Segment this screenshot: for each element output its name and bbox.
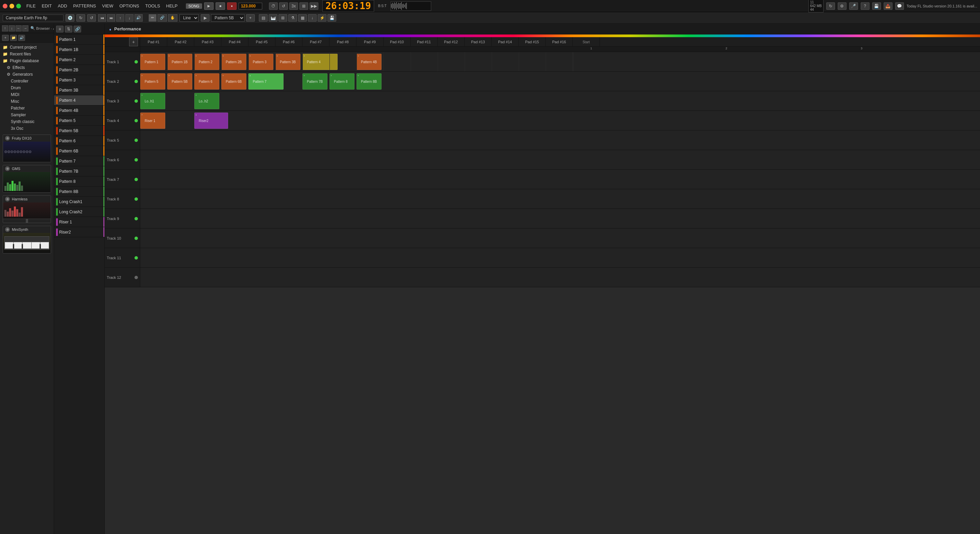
pattern-block[interactable]: × Pattern 1B [167,54,192,70]
pad-header-5[interactable]: Pad #5 [248,37,275,46]
save2-icon[interactable]: 💾 [328,14,336,22]
menu-add[interactable]: ADD [56,3,68,9]
pad-header-16[interactable]: Pad #16 [546,37,573,46]
pattern-item-1b[interactable]: Pattern 1B [54,45,104,55]
browser-up-btn[interactable]: ↑ [2,26,8,32]
browser-item-sampler[interactable]: Sampler [0,112,54,118]
pattern-item-7[interactable]: Pattern 7 [54,156,104,166]
menu-options[interactable]: OPTIONS [118,3,141,9]
chat-icon[interactable]: 💬 [895,2,904,10]
pad-header-3[interactable]: Pad #3 [194,37,221,46]
track-active-dot-6[interactable] [135,158,138,161]
maximize-button[interactable] [16,4,21,8]
browser-item-current-project[interactable]: 📁 Current project [0,44,54,51]
nav-up-btn[interactable]: ↑ [116,14,124,22]
plugin-thumb-minisynth[interactable]: ⚙ MiniSynth [3,226,51,253]
pad-header-15[interactable]: Pad #15 [519,37,546,46]
snap-down-icon[interactable]: ↓ [308,14,317,22]
track-active-dot-3[interactable] [135,99,138,103]
track-active-dot-2[interactable] [135,80,138,83]
line-mode-select[interactable]: Line [180,14,199,22]
pattern-select[interactable]: Pattern 5B [211,14,245,22]
pad-header-9[interactable]: Pad #9 [356,37,383,46]
pattern-item-long-crash1[interactable]: Long Crash1 [54,197,104,207]
browser-item-3x-osc[interactable]: 3x Osc [0,125,54,132]
pattern-block[interactable]: × Pattern 2B [221,54,247,70]
arrow-right-icon[interactable]: ▶ [201,14,210,22]
pattern-block[interactable]: × Lo..h2 [194,93,219,109]
pattern-block-active[interactable]: ⬧ Pattern 7 [248,73,283,89]
pattern-list-icon[interactable]: ≡ [56,26,64,32]
pattern-item-7b[interactable]: Pattern 7B [54,166,104,177]
pattern-block[interactable]: × Pattern 1 [140,54,165,70]
pattern-item-riser2[interactable]: Riser2 [54,227,104,237]
track-active-dot-1[interactable] [135,60,138,64]
pattern-item-4b[interactable]: Pattern 4B [54,105,104,116]
browser-back-btn[interactable]: ← [16,26,22,32]
pattern-link-icon[interactable]: 🔗 [74,26,81,32]
update-icon[interactable]: ↻ [826,2,835,10]
browser-item-generators[interactable]: ⚙ Generators [0,71,54,78]
pad-header-7[interactable]: Pad #7 [302,37,329,46]
pattern-move-icon[interactable]: ⇅ [65,26,72,32]
pad-header-11[interactable]: Pad #11 [410,37,438,46]
mic-icon[interactable]: 🎤 [849,2,858,10]
step-icon[interactable]: ▶▶ [310,2,318,10]
channels-icon[interactable]: ⚗ [288,14,297,22]
pattern-block[interactable]: × Pattern 5B [167,73,192,89]
track-active-dot-7[interactable] [135,178,138,181]
browser-item-misc[interactable]: Misc [0,98,54,105]
track-inactive-dot-12[interactable] [135,276,138,279]
menu-view[interactable]: VIEW [101,3,115,9]
nav-back-btn[interactable]: ⏮ [98,14,106,22]
menu-patterns[interactable]: PATTERNS [72,3,97,9]
pad-header-1[interactable]: Pad #1 [140,37,167,46]
pattern-item-2b[interactable]: Pattern 2B [54,65,104,75]
plugin-icon[interactable]: ⚙ [838,2,846,10]
pattern-block[interactable]: × Pattern 4B [356,54,382,70]
piano-roll-icon[interactable]: 🎹 [269,14,277,22]
pattern-item-riser1[interactable]: Riser 1 [54,217,104,227]
browser-item-drum[interactable]: Drum [0,84,54,91]
browser-item-synth-classic[interactable]: Synth classic [0,118,54,125]
menu-help[interactable]: HELP [165,3,179,9]
browser-item-recent-files[interactable]: 📁 Recent files [0,51,54,57]
track-active-dot-10[interactable] [135,237,138,240]
pattern-item-3[interactable]: Pattern 3 [54,75,104,85]
pattern-item-1[interactable]: Pattern 1 [54,35,104,45]
track-active-dot-4[interactable] [135,119,138,122]
draw-mode-btn[interactable]: ✏ [149,14,156,22]
pattern-block-active[interactable]: × Pattern 4 [302,54,337,70]
nav-dn-btn[interactable]: ↓ [126,14,134,22]
link-mode-btn[interactable]: 🔗 [158,14,167,22]
snap-icon[interactable]: ⊞ [299,2,308,10]
browser-search[interactable]: 🔍 Browser - All [30,26,54,30]
pattern-block[interactable]: × Pattern 5 [140,73,165,89]
play-button[interactable]: ▶ [204,2,213,10]
pattern-item-6b[interactable]: Pattern 6B [54,146,104,156]
hand-mode-btn[interactable]: ✋ [168,14,177,22]
plugin-thumb-fruity-dx10[interactable]: ⚙ Fruity DX10 [3,134,51,162]
pad-header-6[interactable]: Pad #6 [275,37,302,46]
track-active-dot-9[interactable] [135,217,138,220]
pattern-block[interactable]: × Pattern 6B [221,73,247,89]
record-button[interactable]: ● [227,2,237,10]
question-icon[interactable]: ? [861,2,870,10]
zap-icon[interactable]: ⚡ [318,14,326,22]
minimize-button[interactable] [10,4,14,8]
pattern-item-8[interactable]: Pattern 8 [54,177,104,187]
pattern-item-long-crash2[interactable]: Long Crash2 [54,207,104,217]
pattern-item-8b[interactable]: Pattern 8B [54,187,104,197]
stop-button[interactable]: ■ [216,2,225,10]
nav-fwd-btn[interactable]: ⏭ [107,14,115,22]
browser-item-patcher[interactable]: Patcher [0,105,54,112]
pad-header-10[interactable]: Pad #10 [383,37,410,46]
add-pattern-icon[interactable]: + [246,14,255,22]
pad-header-12[interactable]: Pad #12 [438,37,465,46]
browser-icon[interactable]: ⊞ [278,14,287,22]
menu-edit[interactable]: EDIT [40,3,53,9]
pattern-item-3b[interactable]: Pattern 3B [54,85,104,95]
menu-file[interactable]: FILE [25,3,37,9]
pattern-block[interactable]: × Riser 1 [140,113,165,129]
track-active-dot-8[interactable] [135,198,138,201]
